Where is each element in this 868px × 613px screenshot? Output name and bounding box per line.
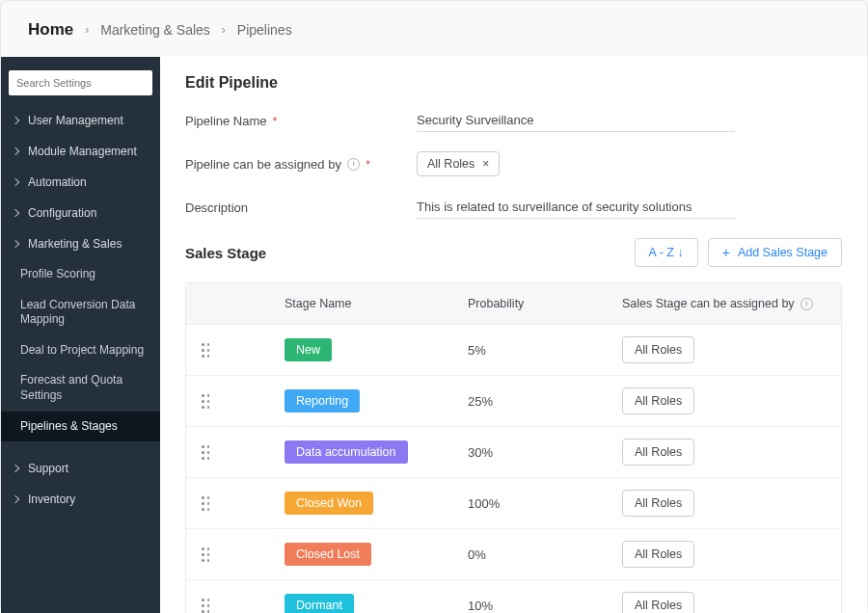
- settings-sidebar: User Management Module Management Automa…: [1, 57, 160, 613]
- search-input[interactable]: [9, 70, 152, 95]
- stage-badge[interactable]: New: [285, 338, 332, 361]
- pipeline-description-input[interactable]: [417, 196, 735, 219]
- search-wrapper: [9, 70, 152, 95]
- main-content: Edit Pipeline Pipeline Name * Pipeline c…: [160, 57, 867, 613]
- chevron-right-icon: [12, 178, 19, 186]
- assigned-role-tag[interactable]: All Roles ×: [417, 151, 500, 176]
- table-row: Reporting25%All Roles: [186, 375, 841, 426]
- sidebar-item-user-management[interactable]: User Management: [1, 105, 160, 136]
- table-row: Dormant10%All Roles: [186, 579, 841, 613]
- sidebar-item-label: Automation: [28, 175, 87, 189]
- pipeline-assigned-label: Pipeline can be assigned by i *: [185, 157, 417, 172]
- stage-badge[interactable]: Data accumulation: [285, 440, 408, 464]
- chevron-right-icon: [12, 465, 19, 472]
- close-icon[interactable]: ×: [482, 157, 489, 171]
- page-title: Edit Pipeline: [185, 74, 842, 92]
- breadcrumb-home[interactable]: Home: [28, 20, 73, 40]
- assigned-roles-button[interactable]: All Roles: [622, 336, 694, 363]
- probability-value: 10%: [468, 599, 622, 613]
- breadcrumb-marketing-sales[interactable]: Marketing & Sales: [100, 22, 210, 38]
- assigned-roles-button[interactable]: All Roles: [622, 541, 694, 568]
- sidebar-item-label: User Management: [28, 114, 123, 127]
- chevron-right-icon: [12, 147, 19, 155]
- pipeline-name-row: Pipeline Name *: [185, 109, 842, 132]
- drag-handle-icon[interactable]: [198, 547, 209, 562]
- sidebar-item-configuration[interactable]: Configuration: [1, 198, 160, 228]
- section-title-text: Sales Stage: [185, 245, 266, 261]
- sidebar-item-module-management[interactable]: Module Management: [1, 136, 160, 167]
- probability-value: 100%: [468, 496, 622, 511]
- chevron-right-icon: ›: [85, 23, 89, 37]
- chevron-right-icon: [12, 209, 19, 217]
- breadcrumb-pipelines[interactable]: Pipelines: [237, 22, 292, 38]
- sidebar-item-label: Marketing & Sales: [28, 237, 122, 251]
- plus-icon: +: [722, 246, 730, 259]
- button-label: Add Sales Stage: [738, 246, 827, 259]
- sidebar-item-support[interactable]: Support: [1, 453, 160, 484]
- sidebar-item-marketing-sales[interactable]: Marketing & Sales: [1, 228, 160, 259]
- sidebar-subitem-lead-conversion[interactable]: Lead Conversion Data Mapping: [1, 290, 160, 335]
- table-header: Stage Name Probability Sales Stage can b…: [186, 283, 841, 324]
- chevron-right-icon: [12, 117, 19, 124]
- required-asterisk: *: [273, 114, 278, 128]
- probability-value: 5%: [468, 343, 622, 358]
- drag-handle-icon[interactable]: [198, 445, 209, 460]
- assigned-roles-button[interactable]: All Roles: [622, 490, 694, 517]
- stage-badge[interactable]: Dormant: [285, 594, 354, 613]
- label-text: Sales Stage can be assigned by: [622, 297, 795, 310]
- assigned-roles-button[interactable]: All Roles: [622, 387, 694, 414]
- label-text: Pipeline Name: [185, 114, 267, 128]
- stages-table: Stage Name Probability Sales Stage can b…: [185, 282, 842, 613]
- probability-value: 30%: [468, 445, 622, 460]
- chevron-right-icon: [12, 240, 19, 248]
- pipeline-name-label: Pipeline Name *: [185, 114, 417, 128]
- col-probability: Probability: [468, 297, 622, 310]
- sidebar-item-automation[interactable]: Automation: [1, 167, 160, 198]
- sidebar-subitem-profile-scoring[interactable]: Profile Scoring: [1, 259, 160, 290]
- chevron-right-icon: [12, 495, 19, 503]
- table-row: Data accumulation30%All Roles: [186, 426, 841, 477]
- sidebar-subitem-forecast-quota[interactable]: Forecast and Quota Settings: [1, 365, 160, 411]
- sidebar-item-label: Inventory: [28, 493, 75, 506]
- button-label: A - Z ↓: [649, 246, 684, 259]
- drag-handle-icon[interactable]: [198, 496, 209, 511]
- sidebar-subitem-deal-project-mapping[interactable]: Deal to Project Mapping: [1, 335, 160, 366]
- sales-stage-section: Sales Stage A - Z ↓ +Add Sales Stage: [185, 238, 842, 267]
- drag-handle-icon[interactable]: [198, 394, 209, 409]
- drag-handle-icon[interactable]: [198, 343, 209, 358]
- pipeline-description-label: Description: [185, 200, 417, 215]
- table-row: New5%All Roles: [186, 324, 841, 375]
- assigned-roles-button[interactable]: All Roles: [622, 439, 694, 466]
- tag-label: All Roles: [427, 157, 475, 171]
- stage-badge[interactable]: Reporting: [285, 389, 360, 413]
- chevron-right-icon: ›: [222, 23, 226, 37]
- label-text: Pipeline can be assigned by: [185, 157, 341, 172]
- sort-alpha-button[interactable]: A - Z ↓: [635, 238, 698, 267]
- pipeline-name-input[interactable]: [417, 109, 735, 132]
- drag-handle-icon[interactable]: [198, 599, 209, 613]
- sidebar-item-label: Module Management: [28, 145, 137, 158]
- info-icon[interactable]: i: [800, 298, 813, 310]
- breadcrumb: Home › Marketing & Sales › Pipelines: [1, 1, 867, 57]
- pipeline-description-row: Description: [185, 196, 842, 219]
- info-icon[interactable]: i: [347, 158, 360, 171]
- table-row: Closed Lost0%All Roles: [186, 528, 841, 579]
- sidebar-item-label: Configuration: [28, 206, 96, 220]
- probability-value: 25%: [468, 394, 622, 409]
- assigned-roles-button[interactable]: All Roles: [622, 592, 694, 613]
- add-sales-stage-button[interactable]: +Add Sales Stage: [708, 238, 842, 267]
- col-stage-name: Stage Name: [285, 297, 468, 310]
- required-asterisk: *: [366, 157, 370, 172]
- stage-badge[interactable]: Closed Lost: [285, 543, 371, 566]
- stage-badge[interactable]: Closed Won: [285, 492, 373, 515]
- sidebar-item-label: Support: [28, 462, 68, 475]
- pipeline-assigned-row: Pipeline can be assigned by i * All Role…: [185, 151, 842, 176]
- col-assigned-by: Sales Stage can be assigned by i: [622, 297, 829, 310]
- probability-value: 0%: [468, 547, 622, 562]
- sidebar-item-inventory[interactable]: Inventory: [1, 484, 160, 515]
- sidebar-subitem-pipelines-stages[interactable]: Pipelines & Stages: [1, 412, 160, 442]
- table-row: Closed Won100%All Roles: [186, 477, 841, 528]
